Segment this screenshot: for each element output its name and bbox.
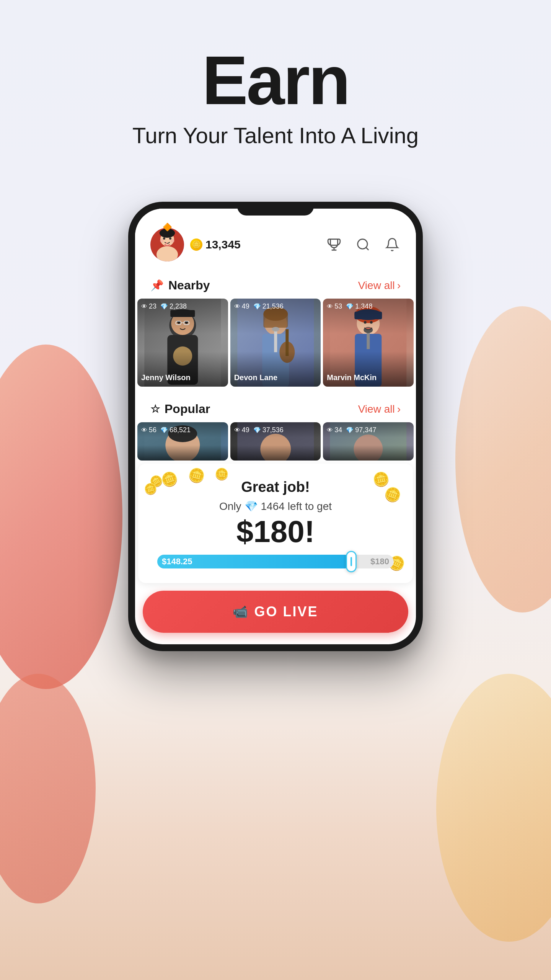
nearby-title: 📌 Nearby xyxy=(150,278,210,292)
view-count-2: 👁 49 xyxy=(234,302,249,310)
diamond-icon-2: 💎 xyxy=(253,303,261,310)
nearby-card-3[interactable]: 👁 53 💎 1,348 Marvin McKin xyxy=(323,299,414,387)
svg-point-7 xyxy=(160,239,164,243)
progress-goal-label: $180 xyxy=(370,557,389,567)
svg-point-8 xyxy=(171,239,174,243)
eye-icon-2: 👁 xyxy=(234,303,240,310)
diamond-count-2: 💎 21,536 xyxy=(253,302,284,310)
video-stats-2: 👁 49 💎 21,536 xyxy=(234,302,284,310)
streamer-name-3: Marvin McKin xyxy=(327,373,377,382)
eye-icon-1: 👁 xyxy=(141,303,147,310)
page-subtitle: Turn Your Talent Into A Living xyxy=(132,122,419,148)
popular-view-all[interactable]: View all › xyxy=(358,403,401,415)
view-count-6: 👁 34 xyxy=(327,426,342,434)
diamond-count-4: 💎 68,521 xyxy=(160,426,191,434)
reward-subtitle: Only 💎 1464 left to get xyxy=(153,500,398,513)
phone-mockup: 🔶 xyxy=(128,202,423,651)
nearby-section-header: 📌 Nearby View all › xyxy=(135,269,416,299)
reward-amount: $180! xyxy=(153,516,398,547)
go-live-button[interactable]: 📹 GO LIVE xyxy=(143,591,408,633)
page-header: Earn Turn Your Talent Into A Living xyxy=(132,0,419,148)
diamond-count-1: 💎 2,238 xyxy=(160,302,187,310)
video-stats-3: 👁 53 💎 1,348 xyxy=(327,302,372,310)
reward-card: 🪙 🪙 🪙 🪙 🪙 🪙 🪙 🪙 Great job! Only 💎 1464 xyxy=(138,464,413,583)
video-stats-1: 👁 23 💎 2,238 xyxy=(141,302,187,310)
diamond-icon-5: 💎 xyxy=(253,426,261,434)
bg-decoration-left xyxy=(0,345,122,689)
eye-icon-3: 👁 xyxy=(327,303,333,310)
popular-title: ☆ Popular xyxy=(150,402,210,416)
search-icon[interactable] xyxy=(355,236,372,253)
video-stats-6: 👁 34 💎 97,347 xyxy=(327,426,376,434)
phone-screen: 🔶 xyxy=(135,209,416,644)
progress-track: $148.25 $180 xyxy=(157,555,394,568)
pin-icon: 📌 xyxy=(150,279,164,292)
page-title: Earn xyxy=(132,46,419,115)
nearby-view-all[interactable]: View all › xyxy=(358,279,401,292)
avatar-image xyxy=(150,228,184,261)
view-count-1: 👁 23 xyxy=(141,302,156,310)
popular-video-grid: 👁 56 💎 68,521 xyxy=(135,422,416,461)
view-count-3: 👁 53 xyxy=(327,302,342,310)
go-live-label: GO LIVE xyxy=(254,604,318,620)
popular-card-1[interactable]: 👁 56 💎 68,521 xyxy=(137,422,228,461)
nearby-video-grid: 👁 23 💎 2,238 Jenny Wilson xyxy=(135,299,416,387)
chevron-right-icon: › xyxy=(397,279,401,292)
progress-current-label: $148.25 xyxy=(162,557,192,567)
diamond-icon-4: 💎 xyxy=(160,426,168,434)
user-section: 🔶 xyxy=(150,228,241,261)
diamond-icon-1: 💎 xyxy=(160,303,168,310)
view-count-4: 👁 56 xyxy=(141,426,156,434)
star-icon: ☆ xyxy=(150,403,160,415)
popular-card-2[interactable]: 👁 49 💎 37,536 xyxy=(230,422,321,461)
user-avatar-wrapper[interactable]: 🔶 xyxy=(150,228,184,261)
eye-icon-4: 👁 xyxy=(141,427,147,434)
notification-icon[interactable] xyxy=(384,236,401,253)
diamond-icon-3: 💎 xyxy=(346,303,354,310)
coin-icon: 🪙 xyxy=(190,238,202,251)
app-header: 🔶 xyxy=(135,209,416,269)
streamer-name-1: Jenny Wilson xyxy=(141,373,191,382)
diamond-count-5: 💎 37,536 xyxy=(253,426,284,434)
svg-line-11 xyxy=(366,247,368,250)
eye-icon-5: 👁 xyxy=(234,427,240,434)
avatar-svg xyxy=(150,228,184,261)
bg-decoration-bottom-right xyxy=(436,674,551,942)
view-count-5: 👁 49 xyxy=(234,426,249,434)
diamond-icon-reward: 💎 xyxy=(245,500,258,513)
coin-amount: 13,345 xyxy=(205,238,241,251)
progress-thumb[interactable] xyxy=(346,551,357,572)
nearby-card-1[interactable]: 👁 23 💎 2,238 Jenny Wilson xyxy=(137,299,228,387)
diamond-icon-6: 💎 xyxy=(346,426,354,434)
popular-card-3[interactable]: 👁 34 💎 97,347 xyxy=(323,422,414,461)
diamond-count-6: 💎 97,347 xyxy=(346,426,376,434)
chevron-right-icon-popular: › xyxy=(397,403,401,415)
phone-frame: 🔶 xyxy=(128,202,423,651)
streamer-name-2: Devon Lane xyxy=(234,373,277,382)
progress-container: $148.25 $180 xyxy=(157,555,394,572)
svg-point-9 xyxy=(166,242,167,244)
nearby-card-2[interactable]: 👁 49 💎 21,536 Devon Lane xyxy=(230,299,321,387)
video-stats-5: 👁 49 💎 37,536 xyxy=(234,426,284,434)
reward-title: Great job! xyxy=(153,479,398,495)
progress-fill: $148.25 xyxy=(157,555,351,568)
trophy-icon[interactable] xyxy=(326,236,342,253)
svg-point-4 xyxy=(169,237,171,240)
svg-point-3 xyxy=(163,237,165,240)
diamond-count-3: 💎 1,348 xyxy=(346,302,372,310)
bg-decoration-right xyxy=(455,306,551,612)
phone-content: 🔶 xyxy=(135,209,416,633)
camera-icon: 📹 xyxy=(233,604,248,619)
video-stats-4: 👁 56 💎 68,521 xyxy=(141,426,191,434)
coin-balance: 🪙 13,345 xyxy=(190,238,241,251)
bg-decoration-bottom-left xyxy=(0,674,96,903)
header-icons xyxy=(326,236,401,253)
eye-icon-6: 👁 xyxy=(327,427,333,434)
crown-icon: 🔶 xyxy=(163,222,172,232)
svg-point-10 xyxy=(358,239,367,249)
popular-section-header: ☆ Popular View all › xyxy=(135,393,416,422)
